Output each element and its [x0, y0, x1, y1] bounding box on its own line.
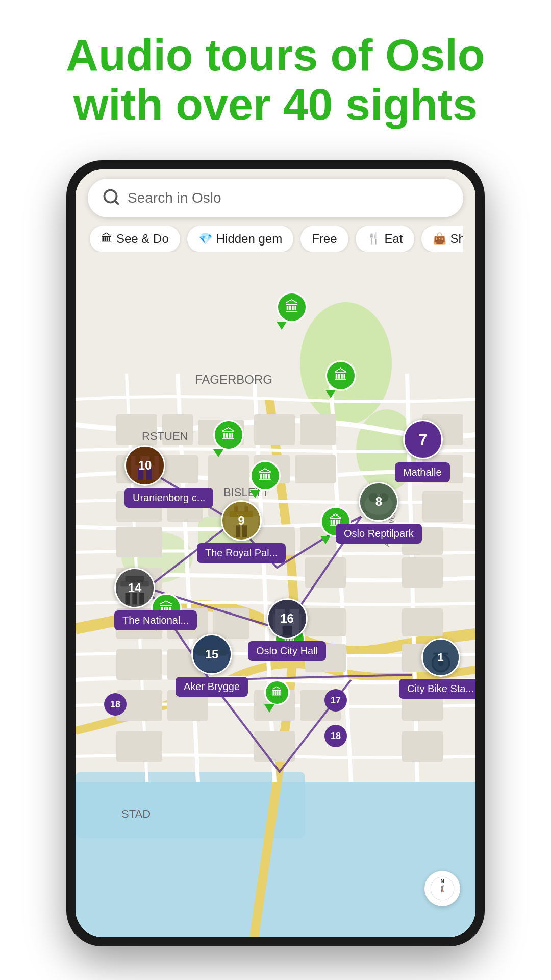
svg-text:RSTUEN: RSTUEN: [142, 430, 188, 443]
museum-icon: 🏛: [285, 299, 299, 315]
marker-16-label: Oslo City Hall: [248, 641, 326, 661]
museum-icon-2: 🏛: [334, 367, 348, 384]
svg-text:18: 18: [331, 731, 341, 741]
green-pin-8[interactable]: 🏛: [264, 680, 290, 713]
svg-rect-43: [116, 731, 162, 762]
museum-icon-8: 🏛: [271, 686, 283, 699]
svg-text:N: N: [440, 878, 444, 884]
museum-icon-4: 🏛: [258, 467, 272, 484]
chip-shop[interactable]: 👜 Sh...: [421, 226, 463, 252]
marker-1-label: City Bike Sta...: [399, 679, 475, 699]
svg-text:18: 18: [110, 699, 120, 709]
marker-16[interactable]: 16 Oslo City Hall: [248, 598, 326, 661]
page-title: Audio tours of Oslo with over 40 sights: [31, 31, 520, 130]
marker-7[interactable]: 7: [403, 420, 443, 459]
svg-rect-18: [295, 455, 336, 483]
mathallenl-text: Mathalle: [395, 462, 450, 482]
chip-free[interactable]: Free: [300, 226, 348, 252]
marker-9-label: The Royal Pal...: [197, 543, 286, 563]
phone-screen: FAGERBORG RSTUEN BISLETT STAD Akersveien…: [76, 169, 475, 937]
compass: N: [424, 871, 460, 906]
marker-15[interactable]: 15 Aker Brygge: [176, 634, 248, 697]
marker-8[interactable]: 8 Oslo Reptilpark: [336, 482, 422, 544]
chip-eat[interactable]: 🍴 Eat: [356, 226, 414, 252]
svg-rect-25: [305, 557, 346, 588]
svg-rect-34: [116, 649, 162, 680]
museum-icon-3: 🏛: [221, 426, 236, 443]
shop-icon: 👜: [433, 232, 446, 246]
svg-rect-15: [254, 414, 295, 445]
svg-text:17: 17: [331, 695, 341, 705]
filter-chips: 🏛 See & Do 💎 Hidden gem Free 🍴 Eat: [88, 226, 463, 252]
mathallenl-label[interactable]: Mathalle: [395, 462, 450, 482]
svg-rect-16: [300, 414, 336, 445]
header-section: Audio tours of Oslo with over 40 sights: [0, 0, 551, 150]
svg-rect-28: [402, 557, 443, 588]
green-pin-3[interactable]: 🏛: [213, 420, 244, 457]
search-bar[interactable]: Search in Oslo: [88, 179, 463, 217]
svg-text:STAD: STAD: [121, 807, 151, 820]
see-do-icon: 🏛: [101, 232, 112, 246]
marker-15-label: Aker Brygge: [176, 677, 248, 697]
marker-8-label: Oslo Reptilpark: [336, 524, 422, 544]
eat-icon: 🍴: [367, 232, 381, 246]
marker-10[interactable]: 10 Uranienborg c...: [124, 445, 213, 508]
green-pin-1[interactable]: 🏛: [277, 292, 307, 330]
phone-container: FAGERBORG RSTUEN BISLETT STAD Akersveien…: [0, 150, 551, 946]
svg-text:FAGERBORG: FAGERBORG: [195, 373, 272, 386]
chip-see-do[interactable]: 🏛 See & Do: [90, 226, 180, 252]
svg-rect-45: [402, 731, 443, 762]
svg-line-58: [115, 201, 118, 204]
svg-rect-22: [116, 527, 162, 557]
search-icon: [102, 188, 120, 208]
green-pin-4[interactable]: 🏛: [250, 460, 281, 498]
search-placeholder: Search in Oslo: [128, 190, 221, 206]
hidden-gem-icon: 💎: [198, 232, 212, 246]
search-area: Search in Oslo 🏛 See & Do 💎 Hidden gem F…: [76, 169, 475, 252]
phone-frame: FAGERBORG RSTUEN BISLETT STAD Akersveien…: [66, 160, 485, 946]
marker-14-label: The National...: [114, 610, 197, 630]
marker-1[interactable]: 1 City Bike Sta...: [399, 638, 475, 699]
marker-9[interactable]: 9 The Royal Pal...: [197, 500, 286, 563]
chip-hidden-gem[interactable]: 💎 Hidden gem: [187, 226, 293, 252]
svg-rect-33: [402, 608, 443, 636]
green-pin-2[interactable]: 🏛: [325, 360, 356, 398]
svg-rect-21: [422, 491, 463, 522]
marker-14[interactable]: 14 The National...: [114, 568, 197, 630]
